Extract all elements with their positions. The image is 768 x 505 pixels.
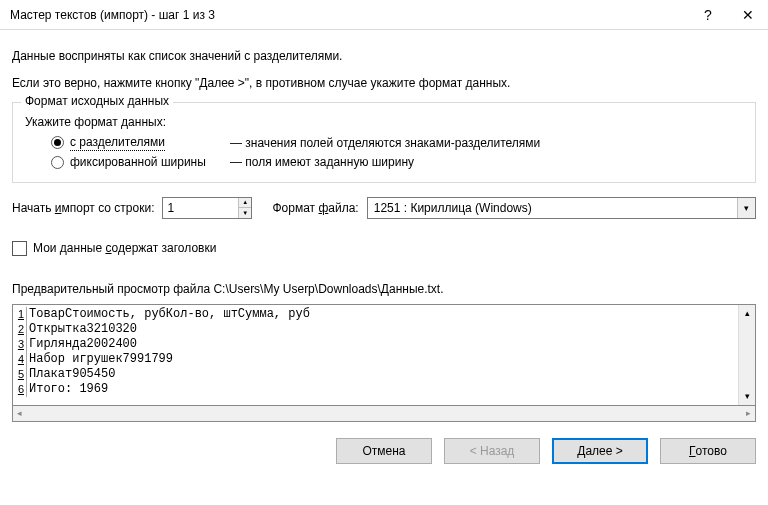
headers-checkbox-row[interactable]: Мои данные содержат заголовки	[12, 241, 756, 256]
preview-line: 6Итого: 1969	[15, 382, 738, 397]
preview-lines: 1ТоварСтоимость, рубКол-во, штСумма, руб…	[13, 305, 738, 405]
start-row-label: Начать импорт со строки:	[12, 201, 154, 215]
preview-label: Предварительный просмотр файла C:\Users\…	[12, 282, 756, 296]
titlebar: Мастер текстов (импорт) - шаг 1 из 3 ? ✕	[0, 0, 768, 30]
radio-fixed-label: фиксированной ширины	[70, 155, 220, 170]
line-text: Плакат905450	[29, 367, 115, 382]
chevron-down-icon[interactable]: ▾	[737, 198, 755, 218]
line-number: 1	[15, 307, 27, 322]
file-format-value: 1251 : Кириллица (Windows)	[368, 198, 737, 218]
radio-fixed-desc: — поля имеют заданную ширину	[230, 155, 414, 169]
line-text: Итого: 1969	[29, 382, 108, 397]
scroll-right-icon[interactable]: ▸	[746, 408, 751, 418]
spinner-down-icon[interactable]: ▼	[239, 207, 251, 218]
start-row-spinner[interactable]: ▲ ▼	[162, 197, 252, 219]
finish-button[interactable]: Готово	[660, 438, 756, 464]
file-format-select[interactable]: 1251 : Кириллица (Windows) ▾	[367, 197, 756, 219]
line-text: Открытка3210320	[29, 322, 137, 337]
line-number: 3	[15, 337, 27, 352]
group-legend: Формат исходных данных	[21, 94, 173, 108]
start-row-input[interactable]	[163, 198, 238, 218]
format-prompt: Укажите формат данных:	[25, 115, 745, 129]
radio-delimited-input[interactable]	[51, 136, 64, 149]
import-start-row: Начать импорт со строки: ▲ ▼ Формат файл…	[12, 197, 756, 219]
back-button[interactable]: < Назад	[444, 438, 540, 464]
radio-fixed-input[interactable]	[51, 156, 64, 169]
close-button[interactable]: ✕	[728, 0, 768, 30]
horizontal-scrollbar[interactable]: ◂ ▸	[12, 405, 756, 422]
line-number: 2	[15, 322, 27, 337]
line-text: Гирлянда2002400	[29, 337, 137, 352]
headers-checkbox-label: Мои данные содержат заголовки	[33, 241, 216, 255]
line-number: 5	[15, 367, 27, 382]
help-button[interactable]: ?	[688, 0, 728, 30]
preview-line: 1ТоварСтоимость, рубКол-во, штСумма, руб	[15, 307, 738, 322]
line-number: 4	[15, 352, 27, 367]
window-title: Мастер текстов (импорт) - шаг 1 из 3	[10, 8, 688, 22]
preview-line: 3Гирлянда2002400	[15, 337, 738, 352]
preview-line: 2Открытка3210320	[15, 322, 738, 337]
scroll-left-icon[interactable]: ◂	[17, 408, 22, 418]
preview-line: 5Плакат905450	[15, 367, 738, 382]
intro-line-1: Данные восприняты как список значений с …	[12, 48, 756, 65]
cancel-button[interactable]: Отмена	[336, 438, 432, 464]
source-format-group: Формат исходных данных Укажите формат да…	[12, 102, 756, 183]
radio-delimited[interactable]: с разделителями — значения полей отделяю…	[51, 135, 745, 151]
radio-fixed-width[interactable]: фиксированной ширины — поля имеют заданн…	[51, 155, 745, 170]
dialog-buttons: Отмена < Назад Далее > Готово	[0, 426, 768, 476]
dialog-content: Данные восприняты как список значений с …	[0, 30, 768, 422]
preview-line: 4Набор игрушек7991799	[15, 352, 738, 367]
line-text: Набор игрушек7991799	[29, 352, 173, 367]
scroll-down-icon[interactable]: ▾	[739, 388, 755, 405]
headers-checkbox[interactable]	[12, 241, 27, 256]
radio-delimited-label: с разделителями	[70, 135, 165, 151]
file-format-label: Формат файла:	[272, 201, 358, 215]
vertical-scrollbar[interactable]: ▴ ▾	[738, 305, 755, 405]
preview-box: 1ТоварСтоимость, рубКол-во, штСумма, руб…	[12, 304, 756, 406]
intro-line-2: Если это верно, нажмите кнопку "Далее >"…	[12, 75, 756, 92]
scroll-up-icon[interactable]: ▴	[739, 305, 755, 322]
line-text: ТоварСтоимость, рубКол-во, штСумма, руб	[29, 307, 310, 322]
next-button[interactable]: Далее >	[552, 438, 648, 464]
spinner-up-icon[interactable]: ▲	[239, 198, 251, 208]
line-number: 6	[15, 382, 27, 397]
radio-delimited-desc: — значения полей отделяются знаками-разд…	[230, 136, 540, 150]
